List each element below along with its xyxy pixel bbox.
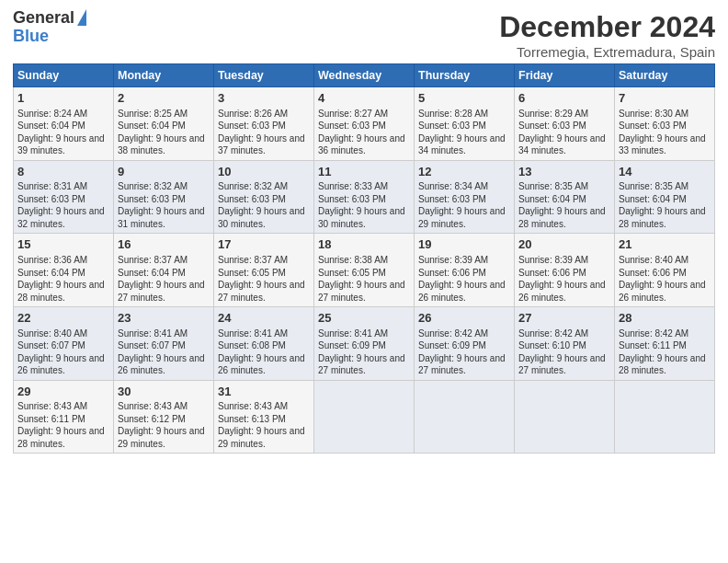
day-number: 29 — [17, 384, 109, 400]
logo-general: General — [13, 9, 74, 28]
sunrise-text: Sunrise: 8:29 AM — [518, 109, 588, 119]
col-tuesday: Tuesday — [214, 64, 314, 87]
table-row: 1Sunrise: 8:24 AMSunset: 6:04 PMDaylight… — [14, 87, 114, 161]
logo: General Blue — [13, 9, 86, 46]
daylight-text: Daylight: 9 hours and 28 minutes. — [17, 426, 105, 449]
daylight-text: Daylight: 9 hours and 27 minutes. — [218, 280, 305, 303]
sunset-text: Sunset: 6:05 PM — [218, 268, 286, 278]
sunrise-text: Sunrise: 8:43 AM — [17, 401, 87, 411]
daylight-text: Daylight: 9 hours and 29 minutes. — [118, 426, 205, 449]
col-friday: Friday — [515, 64, 615, 87]
daylight-text: Daylight: 9 hours and 32 minutes. — [17, 206, 105, 229]
table-row: 5Sunrise: 8:28 AMSunset: 6:03 PMDaylight… — [415, 87, 515, 161]
calendar-week-row: 29Sunrise: 8:43 AMSunset: 6:11 PMDayligh… — [14, 380, 715, 454]
table-row: 21Sunrise: 8:40 AMSunset: 6:06 PMDayligh… — [615, 234, 715, 307]
sunrise-text: Sunrise: 8:39 AM — [518, 255, 588, 265]
sunrise-text: Sunrise: 8:37 AM — [218, 255, 288, 265]
table-row: 8Sunrise: 8:31 AMSunset: 6:03 PMDaylight… — [14, 160, 114, 234]
day-number: 20 — [518, 236, 610, 253]
logo-block: General Blue — [13, 9, 86, 46]
daylight-text: Daylight: 9 hours and 29 minutes. — [218, 426, 305, 449]
day-number: 16 — [118, 236, 210, 253]
sunset-text: Sunset: 6:03 PM — [418, 194, 486, 204]
sunrise-text: Sunrise: 8:42 AM — [418, 328, 488, 339]
day-number: 7 — [619, 90, 711, 107]
calendar-week-row: 1Sunrise: 8:24 AMSunset: 6:04 PMDaylight… — [14, 87, 715, 161]
day-number: 28 — [619, 310, 711, 327]
sunset-text: Sunset: 6:03 PM — [418, 121, 486, 131]
sunset-text: Sunset: 6:11 PM — [619, 340, 687, 350]
logo-blue: Blue — [13, 27, 49, 45]
table-row: 4Sunrise: 8:27 AMSunset: 6:03 PMDaylight… — [314, 87, 415, 161]
table-row: 14Sunrise: 8:35 AMSunset: 6:04 PMDayligh… — [615, 160, 715, 234]
sunset-text: Sunset: 6:09 PM — [418, 340, 486, 350]
header: General Blue December 2024 Torremegia, E… — [13, 9, 715, 60]
day-number: 25 — [318, 310, 410, 327]
table-row: 6Sunrise: 8:29 AMSunset: 6:03 PMDaylight… — [515, 87, 615, 161]
table-row: 30Sunrise: 8:43 AMSunset: 6:12 PMDayligh… — [114, 380, 214, 454]
sunset-text: Sunset: 6:08 PM — [218, 340, 286, 350]
sunset-text: Sunset: 6:03 PM — [118, 194, 186, 204]
day-number: 24 — [218, 310, 310, 327]
sunrise-text: Sunrise: 8:38 AM — [318, 255, 388, 265]
main-container: General Blue December 2024 Torremegia, E… — [0, 0, 728, 461]
sunrise-text: Sunrise: 8:39 AM — [418, 255, 488, 265]
sunrise-text: Sunrise: 8:30 AM — [619, 109, 688, 119]
table-row: 25Sunrise: 8:41 AMSunset: 6:09 PMDayligh… — [314, 307, 415, 381]
table-row: 3Sunrise: 8:26 AMSunset: 6:03 PMDaylight… — [214, 87, 314, 161]
sunset-text: Sunset: 6:13 PM — [218, 414, 286, 424]
table-row: 7Sunrise: 8:30 AMSunset: 6:03 PMDaylight… — [615, 87, 715, 161]
sunrise-text: Sunrise: 8:36 AM — [17, 255, 87, 265]
day-number: 26 — [418, 310, 510, 327]
table-row: 17Sunrise: 8:37 AMSunset: 6:05 PMDayligh… — [214, 234, 314, 307]
sunset-text: Sunset: 6:04 PM — [118, 121, 186, 131]
daylight-text: Daylight: 9 hours and 39 minutes. — [17, 133, 105, 156]
table-row: 28Sunrise: 8:42 AMSunset: 6:11 PMDayligh… — [615, 307, 715, 381]
page-title: December 2024 — [499, 9, 715, 44]
daylight-text: Daylight: 9 hours and 37 minutes. — [218, 133, 305, 156]
table-row — [314, 380, 415, 454]
sunrise-text: Sunrise: 8:42 AM — [518, 328, 588, 339]
daylight-text: Daylight: 9 hours and 26 minutes. — [17, 353, 105, 376]
sunrise-text: Sunrise: 8:41 AM — [318, 328, 388, 339]
calendar-table: Sunday Monday Tuesday Wednesday Thursday… — [13, 63, 715, 454]
sunrise-text: Sunrise: 8:32 AM — [118, 181, 188, 191]
table-row: 24Sunrise: 8:41 AMSunset: 6:08 PMDayligh… — [214, 307, 314, 381]
daylight-text: Daylight: 9 hours and 33 minutes. — [619, 133, 706, 156]
table-row: 16Sunrise: 8:37 AMSunset: 6:04 PMDayligh… — [114, 234, 214, 307]
sunrise-text: Sunrise: 8:34 AM — [418, 181, 488, 191]
title-block: December 2024 Torremegia, Extremadura, S… — [499, 9, 715, 60]
sunset-text: Sunset: 6:12 PM — [118, 414, 186, 424]
sunrise-text: Sunrise: 8:41 AM — [218, 328, 288, 339]
daylight-text: Daylight: 9 hours and 34 minutes. — [518, 133, 606, 156]
sunrise-text: Sunrise: 8:25 AM — [118, 109, 188, 119]
table-row: 22Sunrise: 8:40 AMSunset: 6:07 PMDayligh… — [14, 307, 114, 381]
daylight-text: Daylight: 9 hours and 29 minutes. — [418, 206, 506, 229]
logo-triangle-icon — [77, 9, 86, 26]
table-row: 13Sunrise: 8:35 AMSunset: 6:04 PMDayligh… — [515, 160, 615, 234]
sunrise-text: Sunrise: 8:40 AM — [619, 255, 688, 265]
sunrise-text: Sunrise: 8:43 AM — [118, 401, 188, 411]
table-row: 18Sunrise: 8:38 AMSunset: 6:05 PMDayligh… — [314, 234, 415, 307]
table-row: 15Sunrise: 8:36 AMSunset: 6:04 PMDayligh… — [14, 234, 114, 307]
calendar-header-row: Sunday Monday Tuesday Wednesday Thursday… — [14, 64, 715, 87]
sunset-text: Sunset: 6:07 PM — [118, 340, 186, 350]
day-number: 8 — [17, 164, 109, 180]
sunrise-text: Sunrise: 8:42 AM — [619, 328, 688, 339]
table-row: 10Sunrise: 8:32 AMSunset: 6:03 PMDayligh… — [214, 160, 314, 234]
daylight-text: Daylight: 9 hours and 27 minutes. — [318, 353, 405, 376]
sunset-text: Sunset: 6:09 PM — [318, 340, 386, 350]
sunset-text: Sunset: 6:06 PM — [418, 268, 486, 278]
day-number: 3 — [218, 90, 310, 107]
day-number: 1 — [17, 90, 109, 107]
day-number: 13 — [518, 164, 610, 180]
sunset-text: Sunset: 6:04 PM — [518, 194, 586, 204]
col-thursday: Thursday — [415, 64, 515, 87]
table-row — [415, 380, 515, 454]
day-number: 11 — [318, 164, 410, 180]
day-number: 9 — [118, 164, 210, 180]
day-number: 21 — [619, 236, 711, 253]
col-saturday: Saturday — [615, 64, 715, 87]
sunset-text: Sunset: 6:07 PM — [17, 340, 85, 350]
daylight-text: Daylight: 9 hours and 30 minutes. — [318, 206, 405, 229]
